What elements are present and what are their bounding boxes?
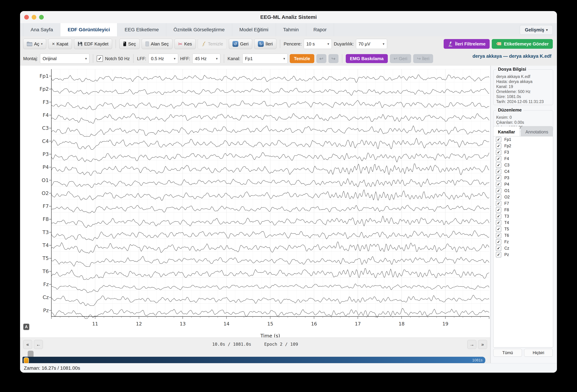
channel-row-P4[interactable]: ✓P4 [494, 181, 553, 188]
channel-checkbox-T3[interactable]: ✓ [496, 214, 501, 219]
cut-button[interactable]: ✂ Kes [175, 39, 196, 49]
advanced-filtering-label: İleri Filtreleme [455, 41, 485, 47]
close-file-button[interactable]: × Kapat [48, 39, 72, 49]
channel-checkbox-Fz[interactable]: ✓ [496, 239, 501, 245]
channel-label-F8: F8 [43, 216, 49, 222]
select-none-channels-button[interactable]: Hiçbiri [524, 349, 553, 357]
caret-down-icon: ▾ [41, 42, 42, 46]
hff-select[interactable]: 45 Hz ▾ [192, 54, 220, 64]
montage-select[interactable]: Orijinal ▾ [40, 54, 89, 64]
timeline-scrollbar[interactable]: 1081s [23, 357, 485, 364]
tab-kanallar[interactable]: Kanallar [493, 126, 520, 137]
eeg-plot-area[interactable]: 111213141516171819Time (s)Fp1Fp2F3F4C3C4… [20, 66, 490, 337]
advanced-label: Gelişmiş [525, 27, 544, 33]
channel-checkbox-P4[interactable]: ✓ [496, 182, 501, 187]
x-tick-label-13: 13 [180, 321, 185, 327]
channel-checkbox-F4[interactable]: ✓ [496, 156, 501, 162]
channel-select[interactable]: Fp1 ▾ [242, 54, 288, 64]
channel-checkbox-F7[interactable]: ✓ [496, 201, 501, 206]
annotation-mode-badge[interactable]: A [23, 324, 29, 330]
select-all-channels-button[interactable]: Tümü [493, 349, 522, 357]
channel-name-T4: T4 [504, 220, 509, 225]
channel-row-O1[interactable]: ✓O1 [494, 188, 553, 194]
channel-checkbox-Fp1[interactable]: ✓ [496, 137, 501, 142]
channel-row-C4[interactable]: ✓C4 [494, 168, 553, 175]
channel-checkbox-T5[interactable]: ✓ [496, 227, 501, 232]
channel-row-P3[interactable]: ✓P3 [494, 175, 553, 181]
filter-forward-button[interactable]: ↪ İleri [413, 54, 433, 63]
channel-row-F8[interactable]: ✓F8 [494, 207, 553, 213]
channel-row-Fp1[interactable]: ✓Fp1 [494, 136, 553, 143]
channel-checkbox-F8[interactable]: ✓ [496, 207, 501, 213]
caret-down-icon: ▾ [216, 57, 218, 61]
montage-value: Orijinal [42, 56, 57, 61]
sidebar-tab-bar: Kanallar Annotations [493, 126, 553, 137]
channel-checkbox-P3[interactable]: ✓ [496, 175, 501, 181]
tab-ana-sayfa[interactable]: Ana Sayfa [23, 23, 60, 36]
channel-row-T5[interactable]: ✓T5 [494, 226, 553, 232]
channel-checkbox-Pz[interactable]: ✓ [496, 252, 501, 257]
select-label: Seç [128, 41, 136, 47]
channel-checkbox-O2[interactable]: ✓ [496, 195, 501, 200]
channel-checkbox-C3[interactable]: ✓ [496, 163, 501, 168]
channel-row-Cz[interactable]: ✓Cz [494, 245, 553, 252]
tag-icon [496, 42, 502, 46]
open-button[interactable]: Aç ▾ [23, 39, 46, 49]
advanced-filtering-button[interactable]: İleri Filtreleme [444, 39, 490, 49]
channel-name-C4: C4 [504, 169, 509, 174]
channel-row-F7[interactable]: ✓F7 [494, 200, 553, 207]
save-edf-button[interactable]: EDF Kaydet [74, 39, 112, 49]
clear-selection-button[interactable]: Temizle [290, 54, 314, 63]
tab-tahmin[interactable]: Tahmin [276, 23, 306, 36]
channel-row-T6[interactable]: ✓T6 [494, 232, 553, 239]
tab-rapor[interactable]: Rapor [306, 23, 334, 36]
channel-row-Fp2[interactable]: ✓Fp2 [494, 143, 553, 149]
channel-checkbox-O1[interactable]: ✓ [496, 188, 501, 194]
send-to-labeling-button[interactable]: Etiketlemeye Gönder [492, 39, 553, 49]
toolbar-separator [133, 54, 134, 63]
tab-model-egitimi[interactable]: Model Eğitimi [232, 23, 276, 36]
redo-epoch-button[interactable]: ↻ İleri [254, 39, 276, 49]
channel-row-O2[interactable]: ✓O2 [494, 194, 553, 200]
advanced-menu-button[interactable]: Gelişmiş ▾ [520, 25, 553, 35]
tab-eeg-etiketleme[interactable]: EEG Etiketleme [117, 23, 166, 36]
area-select-button[interactable]: Alan Seç [142, 39, 173, 49]
lff-select[interactable]: 0.5 Hz ▾ [148, 54, 178, 64]
channel-row-T4[interactable]: ✓T4 [494, 220, 553, 226]
time-position: 10.0s / 1081.0s [212, 342, 251, 347]
channel-row-T3[interactable]: ✓T3 [494, 213, 553, 220]
back-label: Geri [240, 41, 249, 47]
sensitivity-select[interactable]: 70 µV ▾ [356, 39, 387, 49]
channel-checkbox-T6[interactable]: ✓ [496, 233, 501, 238]
loaded-file-header: derya akkaya — derya akkaya K.edf [472, 54, 551, 59]
undo-epoch-button[interactable]: ↺ Geri [229, 39, 252, 49]
channel-label-T6: T6 [42, 268, 49, 274]
channel-checkbox-T4[interactable]: ✓ [496, 220, 501, 225]
editing-line: Çıkarılan: 0.00s [496, 120, 550, 125]
timeline-position-handle[interactable] [24, 358, 29, 364]
channel-checkbox-Fp2[interactable]: ✓ [496, 143, 501, 149]
notch-filter-checkbox[interactable]: ✓ Notch 50 Hz [97, 56, 130, 62]
select-button[interactable]: Seç [119, 39, 140, 49]
undo-button[interactable]: ↩ [316, 54, 326, 63]
clean-button[interactable]: Temizle [198, 39, 227, 49]
redo-button[interactable]: ↪ [328, 54, 338, 63]
window-size-select[interactable]: 10 s ▾ [304, 39, 332, 49]
channel-row-F3[interactable]: ✓F3 [494, 149, 553, 156]
channel-checkbox-Cz[interactable]: ✓ [496, 246, 501, 251]
tab-edf-goruntuleyici[interactable]: EDF Görüntüleyici [60, 23, 117, 36]
channel-row-F4[interactable]: ✓F4 [494, 156, 553, 162]
channel-row-Fz[interactable]: ✓Fz [494, 239, 553, 245]
tab-annotations[interactable]: Annotations [521, 126, 553, 137]
sensitivity-label: Duyarlılık: [334, 41, 354, 47]
tab-oznitelik-gorsellestirme[interactable]: Öznitelik Görselleştirme [166, 23, 232, 36]
hff-label: HFF: [180, 56, 190, 61]
clear-label: Temizle [294, 56, 310, 61]
channel-checkbox-C4[interactable]: ✓ [496, 169, 501, 174]
channel-checkbox-F3[interactable]: ✓ [496, 150, 501, 155]
channel-row-Pz[interactable]: ✓Pz [494, 252, 553, 258]
filter-back-button[interactable]: ↩ Geri [390, 54, 411, 63]
emg-suppression-button[interactable]: EMG Baskılama [346, 54, 388, 63]
channel-row-C3[interactable]: ✓C3 [494, 162, 553, 168]
filter-forward-label: İleri [422, 56, 430, 61]
